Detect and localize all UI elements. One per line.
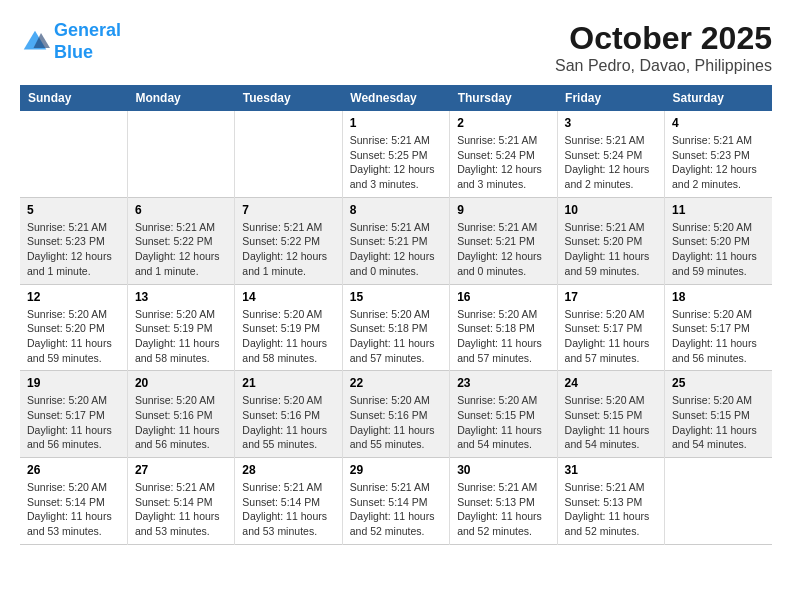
day-info: Sunrise: 5:20 AMSunset: 5:19 PMDaylight:… — [135, 307, 227, 366]
calendar-cell: 9Sunrise: 5:21 AMSunset: 5:21 PMDaylight… — [450, 197, 557, 284]
day-number: 3 — [565, 116, 657, 130]
day-number: 9 — [457, 203, 549, 217]
main-title: October 2025 — [555, 20, 772, 57]
day-number: 5 — [27, 203, 120, 217]
calendar-row: 1Sunrise: 5:21 AMSunset: 5:25 PMDaylight… — [20, 111, 772, 197]
day-number: 28 — [242, 463, 334, 477]
day-info: Sunrise: 5:20 AMSunset: 5:18 PMDaylight:… — [457, 307, 549, 366]
day-info: Sunrise: 5:21 AMSunset: 5:21 PMDaylight:… — [457, 220, 549, 279]
col-saturday: Saturday — [665, 85, 772, 111]
day-info: Sunrise: 5:21 AMSunset: 5:23 PMDaylight:… — [27, 220, 120, 279]
day-info: Sunrise: 5:20 AMSunset: 5:15 PMDaylight:… — [565, 393, 657, 452]
day-number: 14 — [242, 290, 334, 304]
day-number: 7 — [242, 203, 334, 217]
day-info: Sunrise: 5:21 AMSunset: 5:20 PMDaylight:… — [565, 220, 657, 279]
calendar-header-row: Sunday Monday Tuesday Wednesday Thursday… — [20, 85, 772, 111]
day-number: 17 — [565, 290, 657, 304]
day-number: 21 — [242, 376, 334, 390]
calendar-cell: 1Sunrise: 5:21 AMSunset: 5:25 PMDaylight… — [342, 111, 449, 197]
col-thursday: Thursday — [450, 85, 557, 111]
calendar-cell — [235, 111, 342, 197]
col-wednesday: Wednesday — [342, 85, 449, 111]
col-monday: Monday — [127, 85, 234, 111]
day-info: Sunrise: 5:21 AMSunset: 5:25 PMDaylight:… — [350, 133, 442, 192]
logo-line1: General — [54, 20, 121, 40]
calendar-cell: 11Sunrise: 5:20 AMSunset: 5:20 PMDayligh… — [665, 197, 772, 284]
calendar-row: 12Sunrise: 5:20 AMSunset: 5:20 PMDayligh… — [20, 284, 772, 371]
day-number: 31 — [565, 463, 657, 477]
day-info: Sunrise: 5:20 AMSunset: 5:20 PMDaylight:… — [27, 307, 120, 366]
day-number: 16 — [457, 290, 549, 304]
calendar-cell: 6Sunrise: 5:21 AMSunset: 5:22 PMDaylight… — [127, 197, 234, 284]
calendar-cell: 28Sunrise: 5:21 AMSunset: 5:14 PMDayligh… — [235, 458, 342, 545]
day-info: Sunrise: 5:21 AMSunset: 5:22 PMDaylight:… — [135, 220, 227, 279]
day-number: 18 — [672, 290, 765, 304]
day-number: 29 — [350, 463, 442, 477]
page-header: General Blue October 2025 San Pedro, Dav… — [20, 20, 772, 75]
calendar-cell: 30Sunrise: 5:21 AMSunset: 5:13 PMDayligh… — [450, 458, 557, 545]
day-info: Sunrise: 5:21 AMSunset: 5:13 PMDaylight:… — [457, 480, 549, 539]
calendar-cell: 26Sunrise: 5:20 AMSunset: 5:14 PMDayligh… — [20, 458, 127, 545]
day-info: Sunrise: 5:21 AMSunset: 5:14 PMDaylight:… — [135, 480, 227, 539]
day-number: 27 — [135, 463, 227, 477]
logo-line2: Blue — [54, 42, 93, 62]
calendar-cell: 7Sunrise: 5:21 AMSunset: 5:22 PMDaylight… — [235, 197, 342, 284]
calendar-cell — [665, 458, 772, 545]
calendar-cell: 19Sunrise: 5:20 AMSunset: 5:17 PMDayligh… — [20, 371, 127, 458]
title-block: October 2025 San Pedro, Davao, Philippin… — [555, 20, 772, 75]
day-info: Sunrise: 5:21 AMSunset: 5:23 PMDaylight:… — [672, 133, 765, 192]
col-sunday: Sunday — [20, 85, 127, 111]
day-number: 13 — [135, 290, 227, 304]
calendar-row: 19Sunrise: 5:20 AMSunset: 5:17 PMDayligh… — [20, 371, 772, 458]
day-number: 11 — [672, 203, 765, 217]
calendar-cell — [20, 111, 127, 197]
calendar-cell: 10Sunrise: 5:21 AMSunset: 5:20 PMDayligh… — [557, 197, 664, 284]
calendar-row: 5Sunrise: 5:21 AMSunset: 5:23 PMDaylight… — [20, 197, 772, 284]
day-info: Sunrise: 5:20 AMSunset: 5:15 PMDaylight:… — [457, 393, 549, 452]
calendar-cell: 24Sunrise: 5:20 AMSunset: 5:15 PMDayligh… — [557, 371, 664, 458]
calendar-cell: 17Sunrise: 5:20 AMSunset: 5:17 PMDayligh… — [557, 284, 664, 371]
calendar-cell: 23Sunrise: 5:20 AMSunset: 5:15 PMDayligh… — [450, 371, 557, 458]
day-number: 20 — [135, 376, 227, 390]
calendar-cell: 21Sunrise: 5:20 AMSunset: 5:16 PMDayligh… — [235, 371, 342, 458]
subtitle: San Pedro, Davao, Philippines — [555, 57, 772, 75]
calendar-cell: 31Sunrise: 5:21 AMSunset: 5:13 PMDayligh… — [557, 458, 664, 545]
calendar-cell: 16Sunrise: 5:20 AMSunset: 5:18 PMDayligh… — [450, 284, 557, 371]
day-number: 23 — [457, 376, 549, 390]
day-number: 6 — [135, 203, 227, 217]
day-number: 26 — [27, 463, 120, 477]
calendar-cell: 25Sunrise: 5:20 AMSunset: 5:15 PMDayligh… — [665, 371, 772, 458]
day-number: 15 — [350, 290, 442, 304]
calendar-cell: 29Sunrise: 5:21 AMSunset: 5:14 PMDayligh… — [342, 458, 449, 545]
day-number: 4 — [672, 116, 765, 130]
day-info: Sunrise: 5:21 AMSunset: 5:14 PMDaylight:… — [242, 480, 334, 539]
day-number: 24 — [565, 376, 657, 390]
day-info: Sunrise: 5:20 AMSunset: 5:16 PMDaylight:… — [350, 393, 442, 452]
day-info: Sunrise: 5:21 AMSunset: 5:24 PMDaylight:… — [457, 133, 549, 192]
day-number: 1 — [350, 116, 442, 130]
day-number: 10 — [565, 203, 657, 217]
day-number: 22 — [350, 376, 442, 390]
day-info: Sunrise: 5:20 AMSunset: 5:17 PMDaylight:… — [672, 307, 765, 366]
calendar-cell: 5Sunrise: 5:21 AMSunset: 5:23 PMDaylight… — [20, 197, 127, 284]
calendar-cell: 27Sunrise: 5:21 AMSunset: 5:14 PMDayligh… — [127, 458, 234, 545]
calendar-cell: 8Sunrise: 5:21 AMSunset: 5:21 PMDaylight… — [342, 197, 449, 284]
day-info: Sunrise: 5:21 AMSunset: 5:22 PMDaylight:… — [242, 220, 334, 279]
day-info: Sunrise: 5:20 AMSunset: 5:16 PMDaylight:… — [135, 393, 227, 452]
calendar-cell: 18Sunrise: 5:20 AMSunset: 5:17 PMDayligh… — [665, 284, 772, 371]
calendar-cell: 15Sunrise: 5:20 AMSunset: 5:18 PMDayligh… — [342, 284, 449, 371]
logo: General Blue — [20, 20, 121, 63]
calendar-cell: 20Sunrise: 5:20 AMSunset: 5:16 PMDayligh… — [127, 371, 234, 458]
day-info: Sunrise: 5:21 AMSunset: 5:14 PMDaylight:… — [350, 480, 442, 539]
calendar-cell: 14Sunrise: 5:20 AMSunset: 5:19 PMDayligh… — [235, 284, 342, 371]
day-number: 2 — [457, 116, 549, 130]
day-info: Sunrise: 5:20 AMSunset: 5:16 PMDaylight:… — [242, 393, 334, 452]
calendar-cell: 13Sunrise: 5:20 AMSunset: 5:19 PMDayligh… — [127, 284, 234, 371]
day-number: 8 — [350, 203, 442, 217]
calendar-cell: 12Sunrise: 5:20 AMSunset: 5:20 PMDayligh… — [20, 284, 127, 371]
calendar-cell: 2Sunrise: 5:21 AMSunset: 5:24 PMDaylight… — [450, 111, 557, 197]
day-info: Sunrise: 5:20 AMSunset: 5:18 PMDaylight:… — [350, 307, 442, 366]
logo-text: General Blue — [54, 20, 121, 63]
day-info: Sunrise: 5:20 AMSunset: 5:20 PMDaylight:… — [672, 220, 765, 279]
day-number: 30 — [457, 463, 549, 477]
